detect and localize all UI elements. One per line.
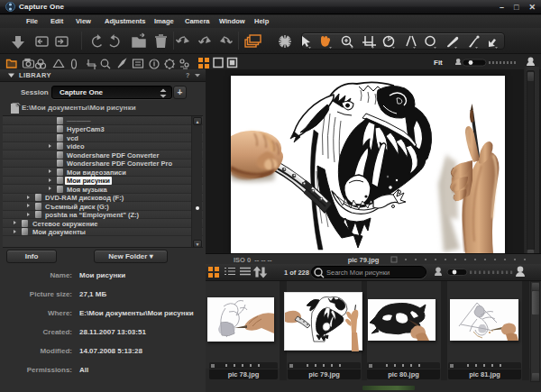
svg-text:Fit: Fit xyxy=(434,59,443,67)
svg-text:?: ? xyxy=(186,72,189,78)
